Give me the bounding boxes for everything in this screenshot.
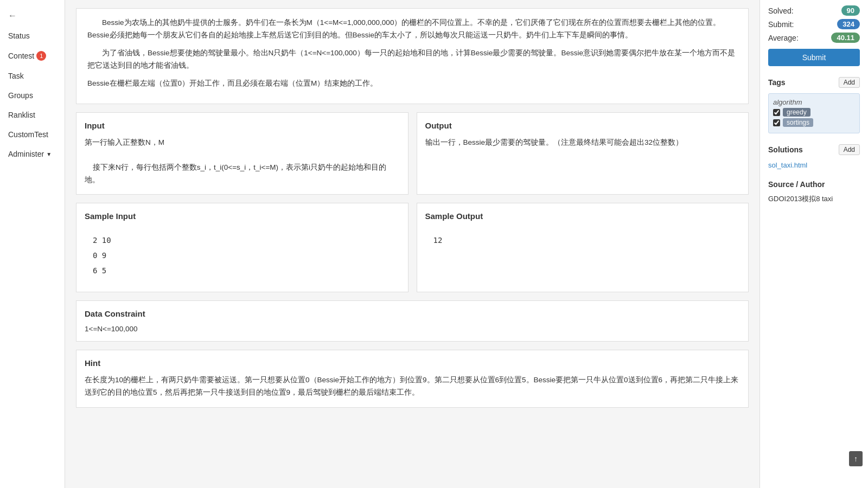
source-title: Source / Author <box>768 180 825 189</box>
average-badge: 40.11 <box>831 33 860 43</box>
submit-row: Submit: 324 <box>768 19 860 29</box>
tag-sortings-label: sortings <box>783 118 813 127</box>
sidebar-item-customtest[interactable]: CustomTest <box>0 125 65 144</box>
sidebar-label-customtest: CustomTest <box>8 130 48 139</box>
hint-title: Hint <box>85 358 740 368</box>
submit-button[interactable]: Submit <box>768 49 860 66</box>
sidebar: ← Status Contest 1 Task Groups Ranklist … <box>0 0 65 488</box>
tag-greedy-checkbox[interactable] <box>773 109 780 116</box>
sidebar-label-administer: Administer <box>8 150 44 158</box>
sample-output-value: 12 <box>433 233 732 248</box>
back-button[interactable]: ← <box>0 5 65 26</box>
sidebar-label-contest: Contest <box>8 52 34 60</box>
io-row: Input 第一行输入正整数N，M 接下来N行，每行包括两个整数s_i，t_i(… <box>76 112 749 195</box>
sample-row: Sample Input 2 10 0 9 6 5 Sample Output … <box>76 203 749 292</box>
output-box: Output 输出一行，Bessie最少需要的驾驶量。（注意最终结果可能会超出3… <box>417 112 749 195</box>
tag-sortings-checkbox[interactable] <box>773 119 780 126</box>
desc-line-1: Bessie为农场上的其他奶牛提供的士服务。奶牛们在一条长为M（1<=M<=1,… <box>87 17 737 42</box>
tags-header: Tags Add <box>768 77 860 88</box>
scroll-top-button[interactable]: ↑ <box>849 451 863 466</box>
stats-section: Solved: 90 Submit: 324 Average: 40.11 Su… <box>768 5 860 66</box>
main-content: Bessie为农场上的其他奶牛提供的士服务。奶牛们在一条长为M（1<=M<=1,… <box>65 0 760 488</box>
solution-link[interactable]: sol_taxi.html <box>768 161 807 169</box>
sample-output-content: 12 <box>425 227 741 253</box>
sidebar-label-ranklist: Ranklist <box>8 111 35 119</box>
tag-greedy: greedy <box>773 108 855 117</box>
constraint-content: 1<=N<=100,000 <box>85 325 740 333</box>
output-content: 输出一行，Bessie最少需要的驾驶量。（注意最终结果可能会超出32位整数） <box>425 137 741 149</box>
tag-greedy-label: greedy <box>783 108 810 117</box>
input-title: Input <box>85 121 400 130</box>
output-title: Output <box>425 121 741 130</box>
tags-box: algorithm greedy sortings <box>768 93 860 133</box>
solutions-section: Solutions Add sol_taxi.html <box>768 144 860 169</box>
submit-badge: 324 <box>837 19 860 29</box>
solved-row: Solved: 90 <box>768 5 860 16</box>
tag-sortings: sortings <box>773 118 855 127</box>
problem-description: Bessie为农场上的其他奶牛提供的士服务。奶牛们在一条长为M（1<=M<=1,… <box>76 8 749 104</box>
sample-input-line-2: 0 9 <box>93 248 392 263</box>
solutions-title: Solutions <box>768 145 803 154</box>
source-header: Source / Author <box>768 180 860 189</box>
tags-section: Tags Add algorithm greedy sortings <box>768 77 860 133</box>
sidebar-label-status: Status <box>8 31 30 40</box>
contest-badge: 1 <box>36 51 46 61</box>
tag-algorithm: algorithm <box>773 98 855 106</box>
sample-input-content: 2 10 0 9 6 5 <box>85 227 400 284</box>
sample-input-box: Sample Input 2 10 0 9 6 5 <box>76 203 409 292</box>
solved-badge: 90 <box>841 5 860 16</box>
sample-input-title: Sample Input <box>85 211 400 221</box>
sidebar-label-task: Task <box>8 72 24 80</box>
administer-dropdown-icon: ▼ <box>46 151 52 157</box>
sidebar-item-status[interactable]: Status <box>0 26 65 46</box>
sample-output-title: Sample Output <box>425 211 741 221</box>
average-row: Average: 40.11 <box>768 33 860 43</box>
hint-content: 在长度为10的栅栏上，有两只奶牛需要被运送。第一只想要从位置0（Bessie开始… <box>85 374 740 399</box>
sidebar-label-groups: Groups <box>8 91 33 100</box>
source-section: Source / Author GDOI2013模拟8 taxi <box>768 180 860 204</box>
input-content: 第一行输入正整数N，M 接下来N行，每行包括两个整数s_i，t_i(0<=s_i… <box>85 137 400 187</box>
sidebar-item-ranklist[interactable]: Ranklist <box>0 105 65 125</box>
constraint-box: Data Constraint 1<=N<=100,000 <box>76 300 749 342</box>
tags-add-button[interactable]: Add <box>839 77 860 88</box>
desc-line-2: 为了省油钱，Bessie想要使她的驾驶量最小。给出N只奶牛（1<=N<=100,… <box>87 47 737 72</box>
right-panel: Solved: 90 Submit: 324 Average: 40.11 Su… <box>760 0 868 488</box>
sample-input-line-1: 2 10 <box>93 233 392 248</box>
tag-algorithm-label: algorithm <box>773 98 802 106</box>
sidebar-item-groups[interactable]: Groups <box>0 86 65 105</box>
constraint-title: Data Constraint <box>85 309 740 318</box>
solved-label: Solved: <box>768 7 794 15</box>
input-box: Input 第一行输入正整数N，M 接下来N行，每行包括两个整数s_i，t_i(… <box>76 112 409 195</box>
average-label: Average: <box>768 34 799 42</box>
sample-output-box: Sample Output 12 <box>417 203 749 292</box>
sidebar-item-administer[interactable]: Administer ▼ <box>0 144 65 164</box>
tags-title: Tags <box>768 78 786 87</box>
sidebar-item-task[interactable]: Task <box>0 66 65 86</box>
sample-input-line-3: 6 5 <box>93 263 392 278</box>
solutions-add-button[interactable]: Add <box>839 144 860 155</box>
submit-label: Submit: <box>768 20 794 29</box>
hint-box: Hint 在长度为10的栅栏上，有两只奶牛需要被运送。第一只想要从位置0（Bes… <box>76 350 749 408</box>
source-text: GDOI2013模拟8 taxi <box>768 194 860 204</box>
sidebar-item-contest[interactable]: Contest 1 <box>0 46 65 66</box>
solutions-header: Solutions Add <box>768 144 860 155</box>
desc-line-3: Bessie在栅栏最左端（位置0）开始工作，而且必须在最右端（位置M）结束她的工… <box>87 78 737 90</box>
